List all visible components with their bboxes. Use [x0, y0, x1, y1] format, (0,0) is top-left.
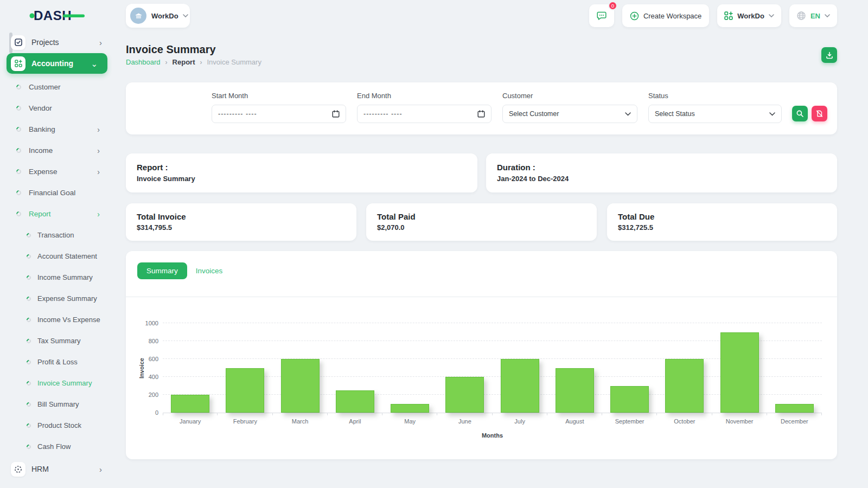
- total-due-card: Total Due $312,725.5: [607, 203, 837, 241]
- download-button[interactable]: [821, 47, 837, 63]
- customer-field-group: Customer Select Customer: [502, 92, 637, 123]
- bullet-icon: [25, 444, 31, 450]
- bar-march: [281, 359, 320, 413]
- app-logo[interactable]: DASH: [0, 0, 115, 31]
- reset-filter-button[interactable]: [812, 106, 827, 121]
- workdo-menu-label: WorkDo: [737, 12, 764, 20]
- bullet-icon: [25, 422, 31, 428]
- start-month-input[interactable]: --------- ----: [212, 105, 346, 123]
- bar-july: [501, 359, 539, 413]
- bullet-icon: [25, 274, 31, 280]
- bullet-icon: [25, 296, 31, 301]
- x-tick-label: September: [602, 418, 657, 425]
- stat-value: $2,070.0: [377, 223, 586, 232]
- sidebar-item-tax-summary[interactable]: Tax Summary: [0, 330, 115, 351]
- status-select[interactable]: Select Status: [648, 105, 782, 123]
- x-tick-label: May: [382, 418, 437, 425]
- sidebar-item-projects[interactable]: Projects ›: [0, 31, 115, 53]
- sidebar-item-profit-loss[interactable]: Profit & Loss: [0, 351, 115, 373]
- chevron-down-icon: [769, 14, 774, 17]
- invoice-summary-page: DASH Projects › Accounting ⌄ Customer Ve…: [0, 0, 868, 488]
- sidebar-item-vendor[interactable]: Vendor: [0, 98, 115, 119]
- sidebar-item-income-summary[interactable]: Income Summary: [0, 267, 115, 288]
- total-invoice-card: Total Invoice $314,795.5: [126, 203, 356, 241]
- sidebar-item-invoice-summary[interactable]: Invoice Summary: [0, 373, 115, 394]
- sidebar-item-financial-goal[interactable]: Financial Goal: [0, 182, 115, 203]
- sidebar-item-label: Accounting: [31, 59, 73, 68]
- language-selector[interactable]: EN: [789, 4, 837, 27]
- calendar-icon: [332, 110, 340, 118]
- bar-september: [610, 386, 649, 413]
- sidebar-item-banking[interactable]: Banking›: [0, 119, 115, 140]
- start-month-label: Start Month: [212, 92, 346, 100]
- status-label: Status: [648, 92, 782, 100]
- sidebar-item-transaction[interactable]: Transaction: [0, 224, 115, 246]
- bar-april: [336, 390, 374, 413]
- tab-invoices[interactable]: Invoices: [195, 262, 224, 279]
- bar-october: [665, 359, 704, 413]
- create-workspace-button[interactable]: Create Workspace: [622, 4, 709, 27]
- apply-filter-button[interactable]: [792, 106, 808, 121]
- bar-january: [171, 395, 209, 413]
- sidebar-item-cash-flow[interactable]: Cash Flow: [0, 436, 115, 457]
- breadcrumb: Dashboard › Report › Invoice Summary: [126, 58, 261, 66]
- bullet-icon: [25, 380, 31, 386]
- header-actions: 0 Create Workspace WorkDo EN: [589, 4, 837, 27]
- report-info-card: Report : Invoice Summary: [126, 153, 477, 192]
- customer-select[interactable]: Select Customer: [502, 105, 637, 123]
- chevron-down-icon: [825, 14, 830, 17]
- bullet-icon: [15, 189, 22, 196]
- accounting-grid-icon: [11, 56, 25, 71]
- stat-value: $312,725.5: [618, 223, 826, 232]
- duration-label: Duration :: [497, 163, 826, 172]
- start-month-placeholder: --------- ----: [218, 110, 332, 118]
- status-field-group: Status Select Status: [648, 92, 782, 123]
- stat-label: Total Paid: [377, 212, 586, 221]
- workspace-selector[interactable]: WorkDo: [126, 4, 190, 28]
- stat-label: Total Invoice: [137, 212, 346, 221]
- workdo-menu-button[interactable]: WorkDo: [717, 4, 781, 27]
- breadcrumb-report[interactable]: Report: [173, 58, 195, 66]
- bullet-icon: [25, 401, 31, 407]
- chevron-right-icon: ›: [97, 147, 100, 155]
- sidebar-item-product-stock[interactable]: Product Stock: [0, 415, 115, 436]
- sidebar-item-hrm[interactable]: HRM ›: [0, 457, 115, 481]
- bullet-icon: [15, 105, 22, 112]
- language-code: EN: [810, 12, 820, 20]
- sidebar-item-account-statement[interactable]: Account Statement: [0, 246, 115, 267]
- grid-plus-icon: [724, 11, 733, 20]
- sidebar-item-income[interactable]: Income›: [0, 140, 115, 161]
- sidebar-item-report[interactable]: Report›: [0, 203, 115, 224]
- chevron-right-icon: ›: [97, 210, 100, 218]
- chevron-down-icon: [183, 14, 188, 17]
- sidebar-item-income-vs-expense[interactable]: Income Vs Expense: [0, 309, 115, 330]
- bullet-icon: [25, 338, 31, 344]
- calendar-icon: [477, 110, 485, 118]
- chevron-right-icon: ›: [99, 38, 102, 47]
- sidebar-item-accounting[interactable]: Accounting ⌄: [7, 53, 107, 74]
- hrm-icon: [11, 462, 25, 477]
- end-month-input[interactable]: --------- ----: [357, 105, 492, 123]
- breadcrumb-dashboard[interactable]: Dashboard: [126, 58, 161, 66]
- sidebar-item-expense[interactable]: Expense›: [0, 161, 115, 182]
- x-tick-label: February: [218, 418, 272, 425]
- chevron-right-icon: ›: [97, 126, 100, 133]
- bullet-icon: [15, 126, 22, 133]
- bullet-icon: [15, 168, 22, 175]
- bullet-icon: [25, 232, 31, 238]
- chart-bars: [163, 323, 822, 413]
- end-month-label: End Month: [357, 92, 492, 100]
- breadcrumb-current: Invoice Summary: [207, 58, 261, 66]
- sidebar-item-expense-summary[interactable]: Expense Summary: [0, 288, 115, 309]
- bullet-icon: [15, 84, 22, 91]
- x-tick-label: April: [328, 418, 382, 425]
- x-tick-label: December: [767, 418, 822, 425]
- sidebar-item-bill-summary[interactable]: Bill Summary: [0, 394, 115, 415]
- tab-summary[interactable]: Summary: [137, 262, 187, 279]
- bar-november: [720, 332, 759, 413]
- invoice-bar-chart: 02004006008001000 Invoice JanuaryFebruar…: [163, 323, 822, 413]
- chevron-down-icon: ⌄: [91, 60, 98, 68]
- messages-button[interactable]: 0: [589, 4, 614, 27]
- download-icon: [826, 52, 833, 59]
- sidebar-item-customer[interactable]: Customer: [0, 76, 115, 98]
